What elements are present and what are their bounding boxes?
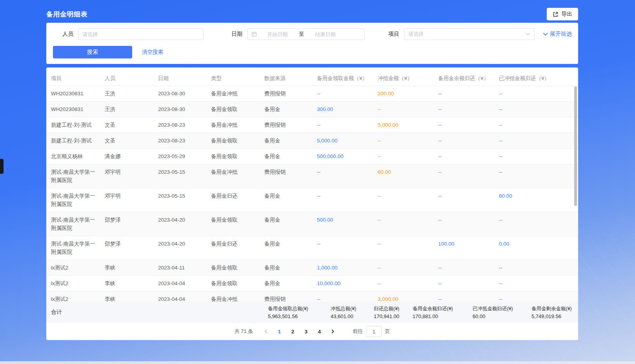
date-separator: 至	[298, 31, 305, 38]
table-cell: --	[433, 133, 494, 148]
table-cell: --	[433, 149, 494, 164]
project-select-placeholder: 请选择	[408, 31, 424, 38]
export-button[interactable]: 导出	[547, 8, 578, 20]
table-row[interactable]: 测试-南昌大学第一附属医院邓宇明2023-05-15备用金冲抵费用报销--60.…	[46, 164, 578, 188]
summary-item-label: 备用金领取总额(¥)	[268, 306, 331, 312]
summary-item-label: 归还总额(¥)	[374, 306, 413, 312]
column-header: 备用金领取金额（¥）	[312, 71, 373, 86]
summary-item-value: 170,881.00	[413, 313, 473, 319]
table-cell: 60.00	[494, 188, 578, 212]
column-header: 数据来源	[260, 71, 312, 86]
prev-page-button[interactable]	[260, 326, 272, 337]
table-cell: 备用金	[260, 133, 312, 148]
table-cell: 邵梦泽	[100, 212, 153, 236]
table-cell: 2023-05-15	[153, 164, 206, 188]
table-cell: --	[433, 188, 494, 212]
date-range-picker[interactable]: 至	[247, 28, 365, 40]
chevron-down-icon	[526, 33, 530, 36]
person-select-input[interactable]	[78, 28, 204, 40]
page-button-2[interactable]: 2	[287, 326, 298, 337]
clear-search-link[interactable]: 清空搜索	[142, 49, 163, 56]
table-cell: 备用金	[260, 212, 312, 236]
table-row[interactable]: lx测试2李峡2023-04-11备用金领取备用金1,000.00------	[46, 260, 578, 276]
column-header: 项目	[46, 71, 100, 86]
search-button[interactable]: 搜索	[53, 46, 132, 58]
table-cell: lx测试2	[46, 276, 100, 291]
summary-item-value: 60.00	[473, 313, 531, 319]
table-row[interactable]: lx测试2李峡2023-04-04备用金冲抵费用报销--3,000.00----	[46, 291, 578, 302]
start-date-input[interactable]	[257, 31, 298, 37]
table-row[interactable]: 测试-南昌大学第一附属医院邵梦泽2023-04-20备用金领取备用金500.00…	[46, 212, 578, 236]
table-cell: 1,000.00	[312, 260, 373, 275]
summary-item: 备用金领取总额(¥)5,963,501.56	[268, 306, 331, 319]
table-row[interactable]: WH20230831王洪2023-08-30备用金领取备用金300.00----…	[46, 102, 578, 117]
summary-row: 合计 备用金领取总额(¥)5,963,501.56冲抵总额(¥)43,601.0…	[46, 302, 578, 323]
table-cell: 2023-08-23	[153, 133, 206, 148]
next-page-button[interactable]	[327, 326, 338, 337]
table-cell: --	[373, 276, 433, 291]
table-cell: --	[494, 102, 578, 117]
page-button-1[interactable]: 1	[273, 326, 285, 337]
summary-item: 冲抵总额(¥)43,601.00	[331, 306, 374, 319]
table-cell: 李峡	[100, 291, 153, 302]
table-cell: 邓宇明	[100, 164, 153, 188]
table-row[interactable]: 新建工程-刘-测试文圣2023-08-23备用金冲抵费用报销--5,000.00…	[46, 117, 578, 133]
table-cell: 2023-08-30	[153, 102, 206, 117]
table-cell: 费用报销	[260, 117, 312, 133]
page-button-3[interactable]: 3	[300, 326, 312, 337]
vertical-scrollbar[interactable]	[574, 86, 577, 206]
table-row[interactable]: 北京顺义杨林满金娜2023-05-29备用金领取备用金500,000.00---…	[46, 149, 578, 164]
table-cell: 2023-08-30	[153, 86, 206, 101]
table-cell: 备用金	[260, 276, 312, 291]
table-cell: --	[312, 188, 373, 212]
table-cell: 备用金领取	[206, 212, 260, 236]
project-select[interactable]: 请选择	[404, 28, 535, 40]
table-cell: 500.00	[312, 212, 373, 236]
table-cell: --	[494, 291, 578, 302]
table-cell: 李峡	[100, 260, 153, 275]
table-cell: 5,000.00	[373, 117, 433, 133]
table-row[interactable]: 测试-南昌大学第一附属医院邓宇明2023-05-15备用金归还备用金------…	[46, 188, 578, 212]
table-row[interactable]: 新建工程-刘-测试文圣2023-08-23备用金领取备用金5,000.00---…	[46, 133, 578, 149]
table-cell: 2023-05-15	[153, 188, 206, 212]
table-cell: 2023-08-23	[153, 117, 206, 133]
table-row[interactable]: WH20230831王洪2023-08-30备用金冲抵费用报销--200.00-…	[46, 86, 578, 102]
table-cell: --	[373, 188, 433, 212]
goto-page-input[interactable]	[366, 326, 382, 337]
table-row[interactable]: 测试-南昌大学第一附属医院邵梦泽2023-04-20备用金归还备用金----10…	[46, 236, 578, 260]
summary-item-value: 43,601.00	[331, 313, 374, 319]
table-cell: --	[494, 117, 578, 133]
table-row[interactable]: lx测试2李峡2023-04-04备用金领取备用金10,000.00------	[46, 276, 578, 291]
table-cell: --	[433, 212, 494, 236]
table-cell: --	[494, 164, 578, 188]
table-cell: 北京顺义杨林	[46, 149, 100, 164]
table-cell: --	[494, 133, 578, 148]
column-header: 备用金余额归还（¥）	[433, 71, 494, 86]
expand-filters-label: 展开筛选	[550, 31, 572, 38]
date-label: 日期	[231, 31, 242, 38]
table-cell: 新建工程-刘-测试	[46, 117, 100, 133]
page-button-4[interactable]: 4	[313, 326, 325, 337]
table-cell: 备用金	[260, 149, 312, 164]
table-cell: 邵梦泽	[100, 236, 153, 260]
table-cell: --	[433, 260, 494, 275]
page-suffix-label: 页	[385, 328, 390, 335]
summary-item-label: 冲抵总额(¥)	[331, 306, 374, 312]
chevron-down-icon	[543, 33, 548, 36]
expand-filters-link[interactable]: 展开筛选	[543, 31, 572, 38]
main-content: 备用金明细表 导出 人员 日期	[46, 0, 578, 340]
table-cell: --	[312, 117, 373, 133]
person-label: 人员	[62, 31, 73, 38]
goto-label: 前往	[353, 328, 363, 335]
table-cell: --	[312, 291, 373, 302]
table-cell: 费用报销	[260, 291, 312, 302]
table-cell: 李峡	[100, 276, 153, 291]
table-cell: --	[494, 212, 578, 236]
bottom-strip	[0, 361, 635, 364]
drawer-handle[interactable]	[0, 159, 4, 174]
table-cell: 文圣	[100, 117, 153, 133]
end-date-input[interactable]	[305, 31, 346, 37]
table-cell: --	[433, 117, 494, 133]
table-cell: 备用金领取	[206, 102, 260, 117]
table-cell: 测试-南昌大学第一附属医院	[46, 188, 100, 212]
